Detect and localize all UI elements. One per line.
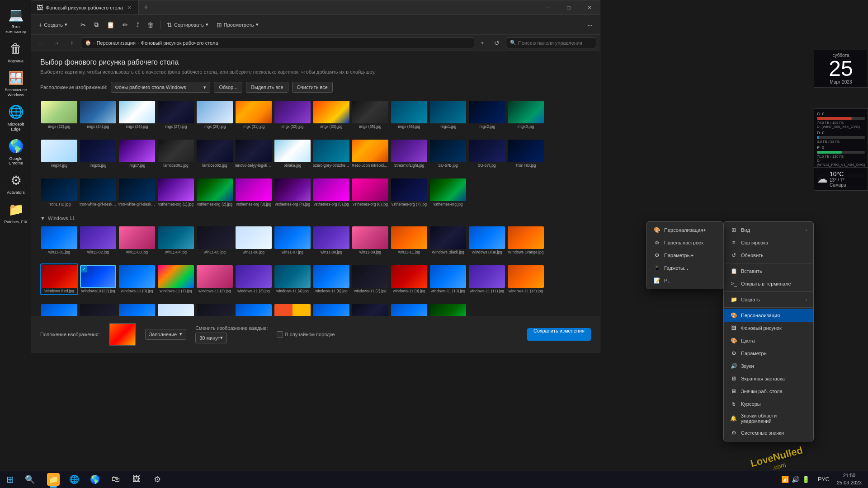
wallpaper-item[interactable]: imgx (22).jpg [40,99,78,131]
share-button[interactable]: ⤴ [132,19,143,30]
wallpaper-item[interactable]: win11-19.jpg [235,302,273,316]
wallpaper-item[interactable]: vsthemes-org (1).jpg [157,177,195,208]
ctx-sounds[interactable]: 🔊 Звуки [724,360,813,372]
wallpaper-item[interactable]: lambce001.jpg [157,138,195,169]
more-options-button[interactable]: ··· [584,19,596,31]
wallpaper-item[interactable]: ✓Windows10 (22).jpg [79,263,117,295]
wallpaper-item[interactable]: vsthemes-org (6).jpg [351,177,389,208]
ctx-paste[interactable]: 📋 Вставить [724,265,813,277]
wallpaper-item[interactable]: Resolution Intrepid.jpg [351,138,389,169]
wallpaper-item[interactable]: imgx (32).jpg [274,99,311,131]
wallpaper-item[interactable]: win11-17.jpg [157,302,195,316]
wallpaper-item[interactable]: windows-11 (7).jpg [351,263,389,295]
tab-wallpaper[interactable]: 🖼 Фоновый рисунок рабочего стола ✕ [31,0,139,14]
ctx-sort[interactable]: ≡ Сортировка [724,236,813,249]
tray-language[interactable]: РУС [815,476,832,483]
view-button[interactable]: ⊞ Просмотреть ▾ [213,19,262,30]
wallpaper-item[interactable]: win11-03.jpg [118,225,156,256]
wallpaper-item[interactable]: imgx3.jpg [507,99,545,131]
position-select[interactable]: Заполнение ▾ [145,329,187,340]
random-order-checkbox[interactable] [277,331,283,338]
delete-button[interactable]: 🗑 [144,19,157,30]
forward-button[interactable]: → [50,37,63,49]
wallpaper-item[interactable]: win11-09.jpg [351,225,389,256]
ctx-system-icons[interactable]: ⚙ Системные значки [724,427,813,439]
wallpaper-item[interactable]: win11-11.jpg [390,225,428,256]
ctx-params[interactable]: ⚙ Параметры [724,347,813,360]
new-tab-button[interactable]: + [139,0,153,14]
wallpaper-item[interactable]: win11-20.jpg [274,302,311,316]
location-dropdown[interactable]: Фоны рабочего стола Windows ▾ [111,82,210,93]
ctx-notify-icons[interactable]: 🔔 Значки области уведомлений [724,410,813,427]
wallpaper-item[interactable]: SU-57l.jpg [468,138,506,169]
wallpaper-item[interactable]: imgx (33).jpg [312,99,350,131]
paste-button[interactable]: 📋 [103,19,118,30]
wallpaper-item[interactable]: windows-11 (9).jpg [390,263,428,295]
wallpaper-item[interactable]: imgx (35).jpg [351,99,389,131]
wallpaper-item[interactable]: win11-21.jpg [312,302,350,316]
close-button[interactable]: ✕ [579,0,600,15]
taskbar-edge[interactable]: 🌐 [64,470,84,488]
search-box[interactable]: 🔍 Поиск в панели управления [506,38,596,48]
wallpaper-item[interactable]: win11-07.jpg [274,225,311,256]
wallpaper-item[interactable]: windows-11 (3).jpg [235,263,273,295]
tab-close-button[interactable]: ✕ [126,4,133,11]
wallpaper-item[interactable]: lambce002.jpg [196,138,234,169]
save-button[interactable]: Сохранить изменения [527,328,591,341]
wallpaper-item[interactable]: imgx (27).jpg [157,99,195,131]
desktop-icon-chrome[interactable]: 🌎 Google Chrome [1,136,30,168]
wallpaper-item[interactable]: vsthemes-org (5).jpg [312,177,350,208]
wallpaper-item[interactable]: vsthemes-org.jpg [429,177,467,208]
refresh-button[interactable]: ↺ [491,37,503,49]
address-dropdown-button[interactable]: ▾ [477,38,488,48]
wallpaper-item[interactable]: windows-11 (1).jpg [157,263,195,295]
taskbar-store[interactable]: 🛍 [106,470,126,488]
wallpaper-item[interactable]: win11-22.jpg [351,302,389,316]
wallpaper-item[interactable]: imgx (31).jpg [235,99,273,131]
search-button[interactable]: 🔍 [20,470,40,488]
tray-volume-icon[interactable]: 🔊 [792,476,799,483]
wallpaper-item[interactable]: imgx5.jpg [79,138,117,169]
tray-battery-icon[interactable]: 🔋 [802,476,810,483]
minimize-button[interactable]: ─ [538,0,558,15]
wallpaper-item[interactable]: Windows Black.jpg [429,225,467,256]
wallpaper-item[interactable]: win11-15.jpg [79,302,117,316]
wallpaper-item[interactable]: imgx (28).jpg [196,99,234,131]
wallpaper-item[interactable]: Windows Blue.jpg [468,225,506,256]
rename-button[interactable]: ✏ [119,19,132,30]
sub-params-plus[interactable]: ⚙ Параметры+ [647,249,723,262]
wallpaper-item[interactable]: win11-06.jpg [235,225,273,256]
change-interval-select[interactable]: 30 минут ▾ [195,333,227,343]
wallpaper-item[interactable]: win11-23.jpg [390,302,428,316]
ctx-terminal[interactable]: >_ Открыть в терминале [724,277,813,290]
wallpaper-item[interactable]: imgx2.jpg [468,99,506,131]
tray-clock[interactable]: 21:50 25.03.2023 [834,472,864,486]
desktop-icon-edge[interactable]: 🌐 Microsoft Edge [1,101,30,134]
start-button[interactable]: ⊞ [0,470,20,488]
wallpaper-item[interactable]: imgx (36).jpg [390,99,428,131]
wallpaper-item[interactable]: win11-24.jpg [429,302,467,316]
wallpaper-item[interactable]: vsthemes-org (3).jpg [235,177,273,208]
wallpaper-item[interactable]: tron-white-girl-desktop2.jpg [118,177,156,208]
taskbar-settings[interactable]: ⚙ [147,470,167,488]
wallpaper-item[interactable]: ozero-gory-otrazhenie.jpg [312,138,350,169]
up-button[interactable]: ↑ [66,37,78,49]
wallpaper-item[interactable]: vsthemes-org (2).jpg [196,177,234,208]
wallpaper-item[interactable]: win11-05.jpg [196,225,234,256]
desktop-icon-windows[interactable]: 🪟 Безопасное Windows [1,67,30,99]
wallpaper-item[interactable]: win11-01.jpg [40,225,78,256]
taskbar-file-explorer[interactable]: 📁 [43,470,63,488]
sub-gadgets[interactable]: 📱 Гаджеты... [647,262,723,274]
sub-personalization-plus[interactable]: 🎨 Персонализация+ [647,224,723,236]
wallpaper-item[interactable]: win11-14.jpg [40,302,78,316]
wallpaper-item[interactable]: windows-11 (2).jpg [196,263,234,295]
desktop-icon-activators[interactable]: ⚙ Activators [1,169,30,197]
wallpaper-item[interactable]: Windows Red.jpg [40,263,78,295]
ctx-screensaver[interactable]: 🖥 Экранная заставка [724,372,813,385]
cut-button[interactable]: ✂ [77,19,90,30]
browse-button[interactable]: Обзор... [214,82,242,93]
wallpaper-item[interactable]: win11-02.jpg [79,225,117,256]
sub-r[interactable]: 📝 Р... [647,274,723,287]
wallpaper-item[interactable]: imgx1.jpg [429,99,467,131]
wallpaper-item[interactable]: windows-11 (10).jpg [429,263,467,295]
